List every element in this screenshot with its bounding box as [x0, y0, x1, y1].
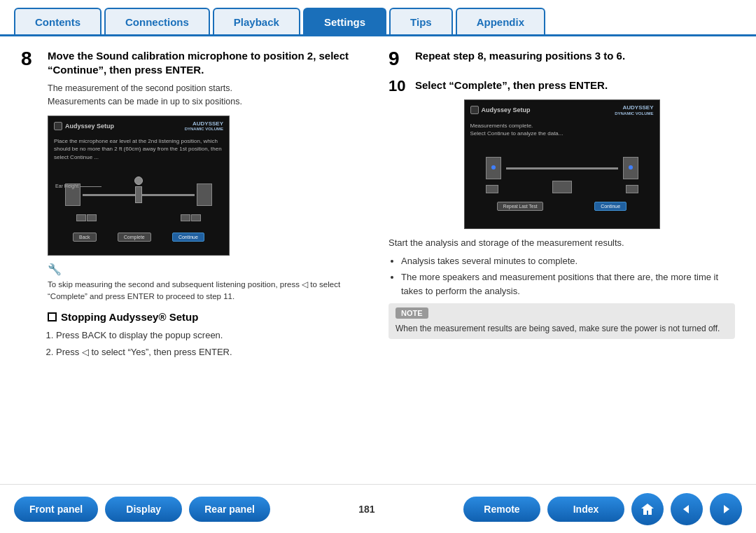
stopping-section-title: Stopping Audyssey® Setup: [48, 311, 368, 323]
tab-connections[interactable]: Connections: [104, 8, 210, 34]
screen10-repeat-btn: Repeat Last Test: [497, 202, 544, 211]
right-column: 9 Repeat step 8, measuring positions 3 t…: [388, 49, 735, 477]
step8-header: 8 Move the Sound calibration microphone …: [21, 49, 368, 76]
note-box: NOTE When the measurement results are be…: [388, 303, 735, 339]
screen10-logo: AUDYSSEY DYNAMIC VOLUME: [615, 104, 653, 116]
screen8-back-btn: Back: [73, 233, 97, 242]
stopping-list: Press BACK to display the popup screen. …: [56, 328, 368, 359]
screen10-buttons: Repeat Last Test Continue: [465, 199, 659, 214]
front-panel-button[interactable]: Front panel: [14, 497, 98, 522]
back-arrow-button[interactable]: [671, 493, 703, 525]
step10-header: 10 Select “Complete”, then press ENTER.: [388, 78, 735, 94]
step8-desc: The measurement of the second position s…: [48, 82, 368, 109]
page-number: 181: [358, 504, 374, 515]
bullet-list: Analysis takes several minutes to comple…: [401, 254, 735, 298]
bottom-nav-right: Remote Index: [463, 493, 742, 525]
screen8-buttons: Back Complete Continue: [48, 230, 229, 244]
tab-settings[interactable]: Settings: [303, 8, 386, 34]
screen8-body: Place the microphone ear level at the 2n…: [48, 134, 229, 164]
note-box-text: When the measurement results are being s…: [396, 322, 728, 335]
skip-note: To skip measuring the second and subsequ…: [48, 279, 368, 303]
left-column: 8 Move the Sound calibration microphone …: [21, 49, 368, 477]
step9-number: 9: [388, 49, 408, 69]
top-navigation: Contents Connections Playback Settings T…: [0, 0, 756, 36]
bullet2: The more speakers and measurement positi…: [401, 270, 735, 298]
bottom-nav-left: Front panel Display Rear panel: [14, 497, 270, 522]
screen10-continue-btn: Continue: [594, 202, 626, 211]
screen8-speaker-diagram: Ear Height: [48, 164, 229, 227]
bullet1: Analysis takes several minutes to comple…: [401, 254, 735, 268]
main-content: 8 Move the Sound calibration microphone …: [0, 36, 756, 484]
rear-panel-button[interactable]: Rear panel: [189, 497, 270, 522]
forward-arrow-button[interactable]: [710, 493, 742, 525]
step9-header: 9 Repeat step 8, measuring positions 3 t…: [388, 49, 735, 69]
stopping-step1: Press BACK to display the popup screen.: [56, 328, 368, 342]
analysis-text: Start the analysis and storage of the me…: [388, 236, 735, 250]
step10-screen: Audyssey Setup AUDYSSEY DYNAMIC VOLUME M…: [464, 99, 660, 229]
tab-appendix[interactable]: Appendix: [456, 8, 545, 34]
home-button[interactable]: [631, 493, 664, 525]
remote-button[interactable]: Remote: [463, 497, 540, 522]
display-button[interactable]: Display: [105, 497, 182, 522]
step8-number: 8: [21, 49, 41, 69]
checkbox-icon: [48, 312, 57, 321]
note-box-title: NOTE: [396, 307, 428, 319]
step8-title: Move the Sound calibration microphone to…: [48, 49, 368, 76]
step8-screen: Audyssey Setup AUDYSSEY DYNAMIC VOLUME P…: [48, 116, 230, 256]
step9-title: Repeat step 8, measuring positions 3 to …: [415, 49, 625, 63]
screen10-title: Audyssey Setup: [482, 106, 531, 113]
note-icon: 🔧: [48, 263, 62, 276]
screen8-complete-btn: Complete: [118, 233, 151, 242]
screen8-continue-btn: Continue: [172, 233, 204, 242]
step10-number: 10: [388, 78, 408, 94]
screen8-logo: AUDYSSEY DYNAMIC VOLUME: [185, 120, 223, 132]
bottom-navigation: Front panel Display Rear panel 181 Remot…: [0, 484, 756, 533]
screen10-speaker-diagram: [465, 140, 659, 196]
tab-playback[interactable]: Playback: [213, 8, 300, 34]
tab-tips[interactable]: Tips: [389, 8, 453, 34]
screen8-title: Audyssey Setup: [65, 123, 114, 130]
screen10-body: Measurements complete. Select Continue t…: [465, 119, 659, 140]
step10-title: Select “Complete”, then press ENTER.: [415, 78, 608, 92]
tab-contents[interactable]: Contents: [14, 8, 102, 34]
stopping-step2: Press ◁ to select “Yes”, then press ENTE…: [56, 345, 368, 359]
index-button[interactable]: Index: [547, 497, 624, 522]
